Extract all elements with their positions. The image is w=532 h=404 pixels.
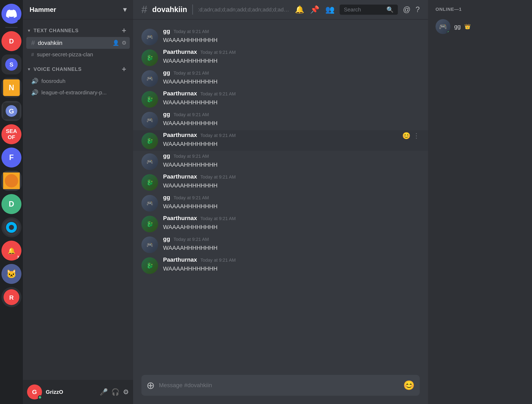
user-status-indicator bbox=[38, 395, 42, 399]
more-options-button[interactable]: ⋮ bbox=[413, 132, 420, 140]
server-dropdown-icon: ▾ bbox=[123, 6, 127, 13]
server-icon-5[interactable]: SEAOF bbox=[1, 124, 21, 144]
current-user-name: GrizzO bbox=[46, 389, 96, 395]
message-timestamp: Today at 9:21 AM bbox=[200, 258, 236, 263]
notification-badge: 3 bbox=[14, 253, 21, 261]
message-header: Paarthurnax Today at 9:21 AM bbox=[163, 49, 420, 55]
table-row: 🐉 Paarthurnax Today at 9:21 AM WAAAAHHHH… bbox=[133, 47, 428, 68]
table-row: 🎮 gg Today at 9:21 AM WAAAAHHHHHHHH bbox=[133, 234, 428, 255]
message-input[interactable] bbox=[159, 376, 399, 394]
list-item[interactable]: 🎮 gg 👑 bbox=[432, 16, 528, 37]
server-icon-3[interactable]: N bbox=[1, 78, 21, 98]
add-text-channel-button[interactable]: + bbox=[122, 26, 127, 35]
at-icon[interactable]: @ bbox=[403, 5, 410, 14]
server-icon-8[interactable]: D bbox=[1, 194, 21, 214]
server-icon-9[interactable] bbox=[1, 217, 21, 237]
message-input-area: ⊕ 😊 bbox=[133, 375, 428, 404]
text-channels-header[interactable]: ▾ TEXT CHANNELS + bbox=[23, 23, 133, 37]
user-settings-button[interactable]: ⚙ bbox=[123, 388, 129, 396]
add-attachment-button[interactable]: ⊕ bbox=[147, 379, 155, 391]
message-timestamp: Today at 9:21 AM bbox=[173, 195, 209, 201]
message-content: WAAAAHHHHHHHH bbox=[163, 140, 420, 148]
channel-item-dovahkiin[interactable]: # dovahkiin 👤 ⚙ bbox=[26, 37, 130, 49]
crown-icon: 👑 bbox=[464, 24, 471, 30]
message-body: Paarthurnax Today at 9:21 AM WAAAAHHHHHH… bbox=[163, 132, 420, 149]
discord-home-button[interactable] bbox=[1, 4, 21, 24]
message-content: WAAAAHHHHHHHH bbox=[163, 202, 420, 211]
avatar: 🐉 bbox=[141, 174, 158, 191]
svg-point-8 bbox=[5, 174, 18, 188]
message-content: WAAAAHHHHHHHH bbox=[163, 160, 420, 169]
message-body: Paarthurnax Today at 9:21 AM WAAAAHHHHHH… bbox=[163, 90, 420, 108]
channel-list: ▾ TEXT CHANNELS + # dovahkiin 👤 ⚙ # supe… bbox=[23, 19, 133, 380]
message-header: Paarthurnax Today at 9:21 AM bbox=[163, 256, 420, 263]
channel-name-dovahkiin: dovahkiin bbox=[38, 40, 113, 46]
help-icon[interactable]: ? bbox=[416, 5, 420, 14]
avatar: 🎮 bbox=[141, 70, 158, 87]
avatar: 🎮 bbox=[141, 236, 158, 253]
message-content: WAAAAHHHHHHHH bbox=[163, 223, 420, 232]
current-user-avatar: G bbox=[27, 385, 42, 399]
hash-icon-2: # bbox=[31, 52, 34, 57]
message-author: gg bbox=[163, 194, 170, 201]
message-header: Paarthurnax Today at 9:21 AM bbox=[163, 132, 420, 139]
server-icon-6[interactable]: F bbox=[1, 148, 21, 168]
messages-area[interactable]: 🎮 gg Today at 9:21 AM WAAAAHHHHHHHH 🐉 Pa… bbox=[133, 19, 428, 375]
server-icon-12[interactable]: R bbox=[1, 287, 21, 307]
server-icon-11[interactable]: 🐱 bbox=[1, 264, 21, 284]
server-icon-1[interactable]: D bbox=[1, 31, 21, 51]
online-section-title: ONLINE—1 bbox=[432, 7, 528, 12]
table-row: 🐉 Paarthurnax Today at 9:21 AM WAAAAHHHH… bbox=[133, 255, 428, 276]
channel-header: # dovahkiin :d;adn;ad;d;adn;add;d;adn;ad… bbox=[133, 0, 428, 19]
server-header[interactable]: Hammer ▾ bbox=[23, 0, 133, 19]
member-avatar: 🎮 bbox=[436, 19, 450, 34]
channel-name-foosroduh: foosroduh bbox=[41, 78, 127, 84]
voice-channels-category: ▾ VOICE CHANNELS + 🔊 foosroduh 🔊 league-… bbox=[23, 62, 133, 98]
members-icon[interactable]: 👥 bbox=[325, 5, 335, 14]
table-row: 🐉 Paarthurnax Today at 9:21 AM WAAAAHHHH… bbox=[133, 172, 428, 192]
pin-icon[interactable]: 📌 bbox=[310, 5, 320, 14]
channel-item-pizza-clan[interactable]: # super-secret-pizza-clan bbox=[26, 49, 130, 60]
message-content: WAAAAHHHHHHHH bbox=[163, 98, 420, 107]
voice-channels-label: VOICE CHANNELS bbox=[33, 66, 82, 72]
deafen-button[interactable]: 🎧 bbox=[111, 388, 120, 396]
channel-item-league[interactable]: 🔊 league-of-extraordinary-p... bbox=[26, 87, 130, 98]
server-icon-10[interactable]: 🔔 3 bbox=[1, 241, 21, 261]
message-author: gg bbox=[163, 69, 170, 76]
voice-channels-header[interactable]: ▾ VOICE CHANNELS + bbox=[23, 62, 133, 75]
server-icon-2[interactable]: S bbox=[1, 54, 21, 74]
message-content: WAAAAHHHHHHHH bbox=[163, 264, 420, 273]
svg-text:N: N bbox=[9, 83, 14, 92]
message-header: Paarthurnax Today at 9:21 AM bbox=[163, 90, 420, 97]
table-row: 🐉 Paarthurnax Today at 9:21 AM WAAAAHHHH… bbox=[133, 213, 428, 234]
add-voice-channel-button[interactable]: + bbox=[122, 65, 127, 74]
mute-button[interactable]: 🎤 bbox=[100, 388, 108, 396]
message-timestamp: Today at 9:21 AM bbox=[200, 50, 236, 55]
message-author: Paarthurnax bbox=[163, 90, 197, 97]
message-author: Paarthurnax bbox=[163, 49, 197, 55]
message-author: gg bbox=[163, 236, 170, 242]
add-reaction-button[interactable]: 😊 bbox=[402, 132, 410, 140]
message-body: Paarthurnax Today at 9:21 AM WAAAAHHHHHH… bbox=[163, 256, 420, 274]
settings-icon[interactable]: ⚙ bbox=[122, 40, 127, 46]
add-member-icon[interactable]: 👤 bbox=[113, 40, 119, 46]
message-timestamp: Today at 9:21 AM bbox=[173, 70, 209, 76]
message-header: Paarthurnax Today at 9:21 AM bbox=[163, 215, 420, 221]
message-author: gg bbox=[163, 111, 170, 118]
header-divider bbox=[192, 4, 193, 15]
message-body: gg Today at 9:21 AM WAAAAHHHHHHHH bbox=[163, 152, 420, 170]
avatar: 🐉 bbox=[141, 133, 158, 149]
channel-item-foosroduh[interactable]: 🔊 foosroduh bbox=[26, 76, 130, 87]
server-icon-7[interactable] bbox=[1, 171, 21, 191]
avatar: 🐉 bbox=[141, 216, 158, 232]
message-content: WAAAAHHHHHHHH bbox=[163, 119, 420, 128]
table-row: 🎮 gg Today at 9:21 AM WAAAAHHHHHHHH bbox=[133, 26, 428, 47]
notification-bell-icon[interactable]: 🔔 bbox=[295, 5, 304, 14]
members-panel: ONLINE—1 🎮 gg 👑 bbox=[428, 0, 532, 404]
svg-text:S: S bbox=[10, 61, 13, 68]
search-input[interactable] bbox=[344, 6, 384, 13]
message-header: gg Today at 9:21 AM bbox=[163, 69, 420, 76]
channel-name-league: league-of-extraordinary-p... bbox=[41, 89, 127, 96]
server-icon-4[interactable]: G bbox=[1, 101, 21, 121]
emoji-picker-button[interactable]: 😊 bbox=[403, 380, 415, 391]
